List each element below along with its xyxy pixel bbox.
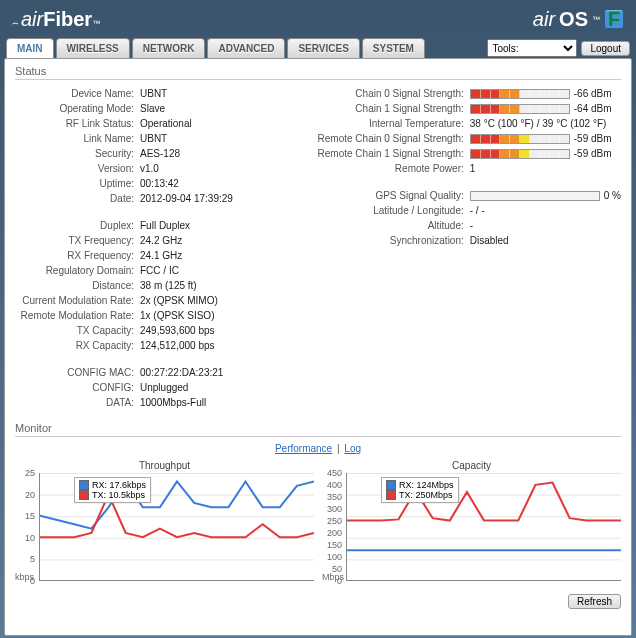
gps-bar-icon (470, 191, 600, 201)
status-col-left: Device Name:UBNTOperating Mode:SlaveRF L… (15, 86, 300, 410)
tm-icon: ™ (592, 15, 600, 24)
tools-select[interactable]: Tools: (487, 39, 577, 57)
row-regulatory-domain: Regulatory Domain:FCC / IC (15, 263, 300, 278)
row-config-mac: CONFIG MAC:00:27:22:DA:23:21 (15, 365, 300, 380)
logo-air-text: air (21, 8, 43, 31)
value: FCC / IC (140, 265, 179, 276)
logo-air-text-r: air (533, 8, 555, 31)
tab-network[interactable]: NETWORK (132, 38, 206, 58)
label: Duplex: (15, 220, 140, 231)
y-axis-labels: 0510152025 (15, 473, 37, 581)
monitor-links: Performance | Log (15, 443, 621, 454)
tab-services[interactable]: SERVICES (287, 38, 359, 58)
label: Date: (15, 193, 140, 204)
value: Unplugged (140, 382, 188, 393)
value: - (470, 220, 473, 231)
chart-area: RX: 124Mbps TX: 250Mbps (346, 473, 621, 581)
label: Chain 1 Signal Strength: (310, 103, 470, 114)
row-current-mod-rate: Current Modulation Rate:2x (QPSK MIMO) (15, 293, 300, 308)
label: TX Capacity: (15, 325, 140, 336)
signal-bar-icon (470, 104, 570, 114)
refresh-button[interactable]: Refresh (568, 594, 621, 609)
row-device-name: Device Name:UBNT (15, 86, 300, 101)
row-chain0: Chain 0 Signal Strength:-66 dBm (310, 86, 621, 101)
wifi-icon: ⌢ (12, 17, 19, 29)
value: UBNT (140, 88, 167, 99)
row-distance: Distance:38 m (125 ft) (15, 278, 300, 293)
value: v1.0 (140, 163, 159, 174)
value: 0 % (604, 190, 621, 201)
label: Synchronization: (310, 235, 470, 246)
label: Remote Chain 1 Signal Strength: (310, 148, 470, 159)
header: ⌢ air Fiber ™ air OS ™ F (0, 0, 636, 38)
value: Slave (140, 103, 165, 114)
value: 2x (QPSK MIMO) (140, 295, 218, 306)
row-lat-lon: Latitude / Longitude:- / - (310, 203, 621, 218)
logo-os-text: OS (559, 8, 588, 31)
tab-wireless[interactable]: WIRELESS (56, 38, 130, 58)
value: 38 °C (100 °F) / 39 °C (102 °F) (470, 118, 607, 129)
row-chain1: Chain 1 Signal Strength:-64 dBm (310, 101, 621, 116)
monitor-section-title: Monitor (15, 422, 621, 437)
value: 24.1 GHz (140, 250, 182, 261)
legend-rx-label: RX: 17.6kbps (92, 480, 146, 490)
value: -59 dBm (574, 133, 612, 144)
signal-bar-icon (470, 149, 570, 159)
tab-advanced[interactable]: ADVANCED (207, 38, 285, 58)
label: Altitude: (310, 220, 470, 231)
label: Uptime: (15, 178, 140, 189)
logo-fiber-text: Fiber (43, 8, 92, 31)
tab-main[interactable]: MAIN (6, 38, 54, 58)
label: RX Capacity: (15, 340, 140, 351)
legend-tx-icon (386, 490, 396, 500)
value: -66 dBm (574, 88, 612, 99)
label: RF Link Status: (15, 118, 140, 129)
value: 00:27:22:DA:23:21 (140, 367, 223, 378)
row-uptime: Uptime:00:13:42 (15, 176, 300, 191)
value: 38 m (125 ft) (140, 280, 197, 291)
row-date: Date:2012-09-04 17:39:29 (15, 191, 300, 206)
tm-icon: ™ (92, 19, 100, 28)
link-performance[interactable]: Performance (275, 443, 332, 454)
row-data: DATA:1000Mbps-Full (15, 395, 300, 410)
logo-airfiber: ⌢ air Fiber ™ (12, 8, 100, 31)
chart-legend: RX: 17.6kbps TX: 10.5kbps (74, 477, 151, 503)
signal-bar-icon (470, 89, 570, 99)
value: 1x (QPSK SISO) (140, 310, 214, 321)
x-unit-label: Mbps (322, 572, 344, 582)
value: -59 dBm (574, 148, 612, 159)
chart-title: Capacity (322, 460, 621, 471)
value: - / - (470, 205, 485, 216)
row-gps-quality: GPS Signal Quality:0 % (310, 188, 621, 203)
label: Version: (15, 163, 140, 174)
legend-rx-icon (79, 480, 89, 490)
tabs-row: MAIN WIRELESS NETWORK ADVANCED SERVICES … (0, 38, 636, 58)
label: Remote Chain 0 Signal Strength: (310, 133, 470, 144)
value: AES-128 (140, 148, 180, 159)
tab-system[interactable]: SYSTEM (362, 38, 425, 58)
row-remote-chain0: Remote Chain 0 Signal Strength:-59 dBm (310, 131, 621, 146)
logo-airos: air OS ™ F (533, 8, 624, 31)
separator-icon: | (337, 443, 340, 454)
label: Link Name: (15, 133, 140, 144)
label: Current Modulation Rate: (15, 295, 140, 306)
label: Device Name: (15, 88, 140, 99)
value: 00:13:42 (140, 178, 179, 189)
row-synchronization: Synchronization:Disabled (310, 233, 621, 248)
value: 124,512,000 bps (140, 340, 215, 351)
row-duplex: Duplex:Full Duplex (15, 218, 300, 233)
label: Operating Mode: (15, 103, 140, 114)
label: CONFIG: (15, 382, 140, 393)
row-altitude: Altitude:- (310, 218, 621, 233)
row-rf-link-status: RF Link Status:Operational (15, 116, 300, 131)
label: Remote Power: (310, 163, 470, 174)
link-log[interactable]: Log (344, 443, 361, 454)
row-tx-capacity: TX Capacity:249,593,600 bps (15, 323, 300, 338)
logout-button[interactable]: Logout (581, 41, 630, 56)
row-config: CONFIG:Unplugged (15, 380, 300, 395)
label: DATA: (15, 397, 140, 408)
row-internal-temp: Internal Temperature:38 °C (100 °F) / 39… (310, 116, 621, 131)
status-col-right: Chain 0 Signal Strength:-66 dBmChain 1 S… (310, 86, 621, 410)
value: Disabled (470, 235, 509, 246)
value: 1 (470, 163, 476, 174)
